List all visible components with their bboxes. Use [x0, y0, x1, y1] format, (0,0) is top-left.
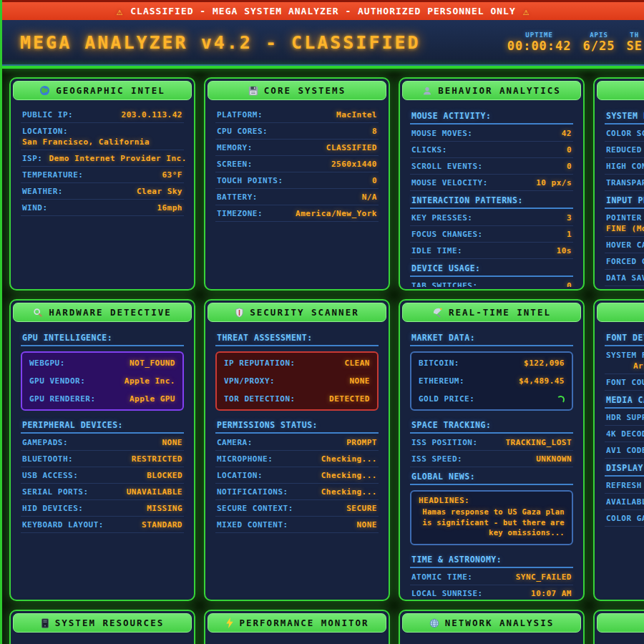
group-box: BITCOIN:$122,096ETHEREUM:$4,489.45GOLD P… [410, 351, 573, 411]
field-value: TRACKING_LOST [505, 438, 572, 447]
news-headline-text: is significant - but there are [419, 517, 565, 528]
section-header: PERIPHERAL DEVICES: [21, 416, 184, 434]
field-label: ATOMIC TIME: [411, 572, 472, 582]
news-headlines-label: HEADLINES: [419, 496, 565, 505]
panel-system-resources: SYSTEM RESOURCES [9, 610, 195, 644]
field-label: COLOR GAM [606, 514, 644, 523]
field-label: COLOR SCH [606, 129, 644, 138]
panel-header: NETWORK ANALYSIS [402, 613, 581, 633]
field-label: HDR SUPPO [606, 413, 644, 422]
field-value: 63°F [162, 170, 183, 180]
data-row: HOVER CAP [605, 237, 644, 253]
banner-text: CLASSIFIED - MEGA SYSTEM ANALYZER - AUTH… [130, 6, 515, 16]
data-row: ISS SPEED:UNKNOWN [410, 451, 573, 467]
globe-icon [39, 85, 50, 96]
panel-body: FONT DETSYSTEM FOAriaFONT COUNMEDIA CAHD… [597, 322, 644, 597]
field-value: Checking... [321, 471, 377, 480]
field-label: KEYBOARD LAYOUT: [22, 520, 104, 530]
field-label: 4K DECODE [606, 429, 644, 439]
data-row: AVAILABLE [605, 494, 644, 510]
data-row: MOUSE VELOCITY:10 px/s [410, 175, 573, 191]
field-label: KEY PRESSES: [411, 213, 472, 223]
field-value: 16mph [157, 203, 182, 213]
field-label: GPU VENDOR: [29, 376, 85, 386]
classified-banner: ⚠ CLASSIFIED - MEGA SYSTEM ANALYZER - AU… [2, 0, 644, 20]
field-value: Checking... [321, 454, 377, 464]
data-row: FORCED CO [605, 253, 644, 270]
field-value: RESTRICTED [132, 454, 182, 464]
field-label: MOUSE VELOCITY: [411, 178, 488, 187]
field-label: CLICKS: [411, 145, 447, 155]
field-label: MOUSE MOVES: [411, 129, 472, 138]
panel-title: REAL-TIME INTEL [449, 307, 551, 318]
data-row: COLOR SCH [605, 125, 644, 142]
data-row: KEYBOARD LAYOUT:STANDARD [21, 517, 184, 533]
field-label: HID DEVICES: [22, 504, 83, 513]
field-label: GPU RENDERER: [29, 394, 96, 404]
field-value: SECURE [346, 504, 377, 513]
data-row: FOCUS CHANGES:1 [410, 226, 573, 243]
data-row: GPU RENDERER:Apple GPU [28, 390, 177, 408]
panel-title: SYSTEM RESOURCES [55, 618, 164, 628]
field-value: MacIntel [336, 110, 377, 119]
panel-geographic-intel: GEOGRAPHIC INTEL PUBLIC IP:203.0.113.42L… [9, 77, 195, 291]
panel-core-systems: CORE SYSTEMS PLATFORM:MacIntelCPU CORES:… [204, 77, 390, 291]
data-row: TRANSPARE [605, 175, 644, 191]
stat-threat: TH SE [627, 31, 643, 53]
data-row: TAB SWITCHES:0 [410, 278, 573, 287]
panel-body [208, 633, 386, 644]
field-value: 0 [567, 281, 572, 287]
stat-uptime: UPTIME 00:00:42 [507, 31, 572, 53]
section-header: TIME & ASTRONOMY: [410, 550, 573, 568]
panel-title: PERFORMANCE MONITOR [240, 618, 369, 628]
field-value: 3 [567, 213, 572, 223]
field-label: ISS SPEED: [411, 454, 462, 464]
field-value: Aria [606, 361, 644, 371]
field-value: NONE [350, 376, 371, 386]
stat-label: TH [627, 31, 643, 39]
field-value: CLEAN [344, 358, 370, 368]
panel-header: PERFORMANCE MONITOR [208, 613, 386, 633]
data-row: BATTERY:N/A [215, 189, 379, 205]
field-label: LOCATION: [22, 127, 182, 136]
data-row: REDUCED M [605, 142, 644, 158]
field-value: 10s [557, 246, 572, 255]
section-header: GPU INTELLIGENCE: [21, 328, 184, 346]
panel-hardware-detective: HARDWARE DETECTIVE GPU INTELLIGENCE:WEBG… [9, 299, 195, 601]
field-value: 10 px/s [536, 178, 572, 187]
panel-header: SECURITY SCANNER [208, 303, 386, 322]
magnifier-icon [33, 308, 43, 318]
section-header: DISPLAY [605, 459, 644, 477]
panel-body [597, 633, 644, 644]
data-row: COLOR GAM [605, 510, 644, 527]
lightning-icon [225, 618, 234, 628]
stat-label: APIS [583, 31, 615, 39]
field-value: 1 [567, 230, 572, 239]
field-value: 0 [567, 145, 572, 155]
field-label: PLATFORM: [217, 110, 263, 119]
field-value: 0 [372, 176, 377, 185]
data-row: SCROLL EVENTS:0 [410, 158, 573, 175]
data-row: DATA SAVE [605, 270, 644, 286]
panel-performance-monitor: PERFORMANCE MONITOR [204, 610, 390, 644]
field-label: TIMEZONE: [217, 209, 263, 218]
field-label: LOCAL SUNRISE: [411, 589, 483, 597]
section-header: GLOBAL NEWS: [410, 467, 573, 485]
field-label: PUBLIC IP: [22, 110, 73, 119]
section-header: SYSTEM P [605, 107, 644, 125]
field-label: VPN/PROXY: [224, 376, 275, 386]
data-row: GOLD PRICE: [417, 390, 566, 408]
app-title: MEGA ANALYZER v4.2 - CLASSIFIED [20, 32, 421, 53]
field-value: NONE [357, 520, 378, 530]
data-row: SCREEN:2560x1440 [215, 156, 379, 172]
data-row: TEMPERATURE:63°F [21, 167, 184, 183]
section-header: SPACE TRACKING: [410, 416, 573, 434]
panel-network-analysis: NETWORK ANALYSIS [399, 610, 585, 644]
stat-value: SE [627, 39, 643, 53]
field-label: ISP: [22, 154, 43, 163]
field-label: SECURE CONTEXT: [217, 504, 293, 513]
field-label: TOR DETECTION: [224, 394, 296, 404]
panel-header: BEHAVIOR ANALYTICS [402, 81, 581, 100]
panel-extra: E [593, 610, 644, 644]
field-value: NOT_FOUND [130, 358, 175, 368]
